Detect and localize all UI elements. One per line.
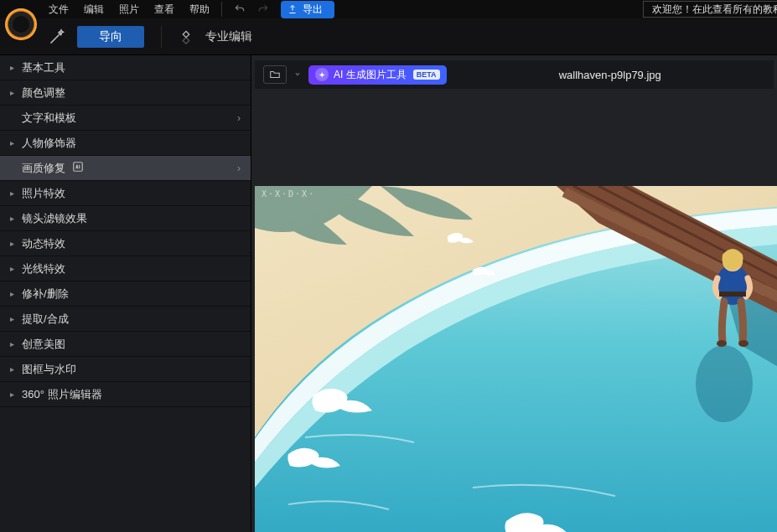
menu-view[interactable]: 查看 xyxy=(154,3,174,17)
expand-arrow-icon: ▸ xyxy=(8,314,15,323)
folder-icon xyxy=(269,69,281,80)
menu-file[interactable]: 文件 xyxy=(49,3,69,17)
export-label: 导出 xyxy=(303,3,323,17)
sidebar-item-0[interactable]: ▸基本工具 xyxy=(0,55,251,80)
undo-icon[interactable] xyxy=(234,3,246,15)
upload-icon xyxy=(287,4,298,14)
image-preview xyxy=(255,186,777,532)
separator xyxy=(221,2,222,17)
sidebar-item-label: 图框与水印 xyxy=(22,362,76,377)
sidebar-item-8[interactable]: ▸光线特效 xyxy=(0,256,251,281)
sidebar-item-3[interactable]: ▸人物修饰器 xyxy=(0,131,251,156)
svg-point-18 xyxy=(696,345,753,422)
sidebar-item-10[interactable]: ▸提取/合成 xyxy=(0,307,251,332)
image-watermark: X·X·D·X· xyxy=(262,189,315,199)
expand-arrow-icon: ▸ xyxy=(8,189,15,198)
chevron-down-icon[interactable] xyxy=(295,70,300,79)
canvas-area: ✦ AI 生成图片工具 BETA wallhaven-p9lp79.jpg xyxy=(251,55,777,532)
sidebar-item-label: 360° 照片编辑器 xyxy=(22,387,102,402)
sidebar-item-label: 画质修复 xyxy=(22,161,65,176)
sidebar-item-label: 人物修饰器 xyxy=(22,136,76,151)
sidebar-item-label: 动态特效 xyxy=(22,236,65,251)
redo-icon[interactable] xyxy=(257,3,269,15)
menu-photo[interactable]: 照片 xyxy=(119,3,139,17)
sidebar-item-13[interactable]: ▸360° 照片编辑器 xyxy=(0,382,251,407)
expand-arrow-icon: ▸ xyxy=(8,63,15,72)
tool-sidebar: ▸基本工具▸颜色调整文字和模板›▸人物修饰器画质修复›▸照片特效▸镜头滤镜效果▸… xyxy=(0,55,251,532)
sidebar-item-12[interactable]: ▸图框与水印 xyxy=(0,357,251,382)
menu-help[interactable]: 帮助 xyxy=(189,3,210,17)
sidebar-item-label: 光线特效 xyxy=(22,261,65,276)
ai-image-tool-button[interactable]: ✦ AI 生成图片工具 BETA xyxy=(308,65,447,85)
sidebar-item-label: 修补/删除 xyxy=(22,287,69,302)
sidebar-item-1[interactable]: ▸颜色调整 xyxy=(0,80,251,106)
expand-arrow-icon: ▸ xyxy=(8,364,15,374)
expand-arrow-icon: ▸ xyxy=(8,239,15,248)
chevron-right-icon: › xyxy=(237,163,241,174)
menu-edit[interactable]: 编辑 xyxy=(84,3,104,17)
sparkle-icon: ✦ xyxy=(315,68,329,81)
separator xyxy=(161,26,162,48)
sidebar-item-11[interactable]: ▸创意美图 xyxy=(0,332,251,357)
expand-arrow-icon: ▸ xyxy=(8,138,15,147)
sidebar-item-label: 颜色调整 xyxy=(22,85,65,101)
sidebar-item-label: 提取/合成 xyxy=(22,312,69,327)
sidebar-item-4[interactable]: 画质修复› xyxy=(0,156,251,181)
expand-arrow-icon: ▸ xyxy=(8,264,15,273)
folder-button[interactable] xyxy=(263,65,287,84)
tab-guided[interactable]: 导向 xyxy=(77,26,144,48)
sidebar-item-label: 基本工具 xyxy=(22,60,65,75)
sidebar-item-label: 创意美图 xyxy=(22,337,65,352)
canvas-viewport[interactable]: X·X·D·X· xyxy=(255,94,777,532)
app-logo xyxy=(5,8,47,50)
svg-rect-17 xyxy=(719,292,746,297)
expand-arrow-icon: ▸ xyxy=(8,214,15,223)
expand-arrow-icon: ▸ xyxy=(8,289,15,298)
diamond-icon xyxy=(179,29,194,44)
sidebar-item-label: 镜头滤镜效果 xyxy=(22,211,87,226)
export-button[interactable]: 导出 xyxy=(281,1,334,18)
expand-arrow-icon: ▸ xyxy=(8,339,15,349)
welcome-banner[interactable]: 欢迎您！在此查看所有的教程视 xyxy=(643,1,777,18)
tab-pro-edit[interactable]: 专业编辑 xyxy=(205,29,252,44)
sidebar-item-2[interactable]: 文字和模板› xyxy=(0,106,251,131)
svg-point-16 xyxy=(738,340,749,347)
beta-badge: BETA xyxy=(413,70,440,80)
sidebar-item-6[interactable]: ▸镜头滤镜效果 xyxy=(0,206,251,231)
current-filename: wallhaven-p9lp79.jpg xyxy=(455,69,765,81)
wand-icon xyxy=(49,28,65,45)
ai-badge-icon xyxy=(72,161,84,175)
sidebar-item-9[interactable]: ▸修补/删除 xyxy=(0,281,251,307)
sidebar-item-label: 照片特效 xyxy=(22,186,65,201)
expand-arrow-icon: ▸ xyxy=(8,390,15,399)
chevron-right-icon: › xyxy=(237,112,241,124)
sidebar-item-7[interactable]: ▸动态特效 xyxy=(0,231,251,256)
ai-tool-label: AI 生成图片工具 xyxy=(334,68,407,82)
sidebar-item-label: 文字和模板 xyxy=(22,111,76,126)
sidebar-item-5[interactable]: ▸照片特效 xyxy=(0,181,251,206)
expand-arrow-icon: ▸ xyxy=(8,88,15,97)
